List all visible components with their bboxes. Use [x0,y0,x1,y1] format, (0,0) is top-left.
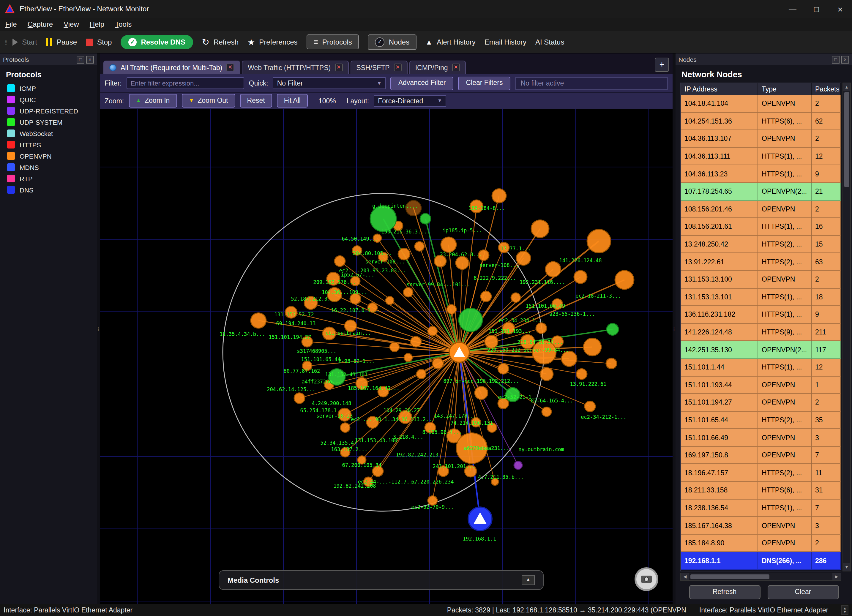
graph-node[interactable] [417,370,426,379]
right-resize-handle[interactable]: ⁞ [672,53,675,604]
scroll-thumb[interactable] [690,574,769,579]
protocol-item-udp-system[interactable]: UDP-SYSTEM [0,116,97,128]
graph-node[interactable] [404,353,412,362]
protocol-item-icmp[interactable]: ICMP [0,83,97,94]
table-row[interactable]: 18.196.47.157HTTPS(2), ...11 [681,464,841,482]
menu-item-file[interactable]: File [0,20,22,29]
nodes-toggle-button[interactable]: ✓ Nodes [368,34,417,50]
table-row[interactable]: 185.167.164.38OPENVPN3 [681,517,841,534]
graph-canvas[interactable]: g.deepintent...185-184-8...150.216.36.3.… [100,109,672,604]
toolbar-drag-handle[interactable]: ⁞⁞ [5,38,6,45]
graph-node[interactable] [531,220,549,237]
filter-input[interactable] [127,77,244,89]
table-row[interactable]: 104.254.151.36HTTPS(6), ...62 [681,113,841,130]
scroll-track[interactable] [689,573,832,580]
table-row[interactable]: 104.36.113.23HTTPS(1), ...9 [681,165,841,183]
graph-node[interactable] [432,358,443,369]
alert-history-button[interactable]: ▲ Alert History [425,38,475,46]
table-row[interactable]: 18.238.136.54HTTPS(1), ...7 [681,499,841,517]
media-controls-expand-button[interactable]: ▲ [522,575,535,585]
scroll-up-icon[interactable]: ▲ [843,83,850,91]
table-row[interactable]: 169.197.150.8OPENVPN7 [681,447,841,464]
zoom-in-button[interactable]: ▲ Zoom In [128,94,177,107]
email-history-button[interactable]: Email History [485,38,526,46]
graph-node[interactable] [545,262,561,277]
scroll-track[interactable] [843,91,850,563]
graph-node[interactable] [403,287,413,297]
graph-node[interactable] [334,256,345,266]
clear-filters-button[interactable]: Clear Filters [458,76,511,90]
close-button[interactable]: × [828,0,852,18]
graph-node[interactable] [415,242,424,251]
column-header-packets[interactable]: Packets [811,83,841,95]
table-row[interactable]: 18.211.33.158HTTPS(6), ...31 [681,482,841,499]
protocol-item-openvpn[interactable]: OPENVPN [0,150,97,162]
refresh-button[interactable]: ↻ Refresh [202,38,239,46]
graph-node[interactable] [370,206,396,232]
graph-node[interactable] [390,342,399,352]
protocol-item-udp-registered[interactable]: UDP-REGISTERED [0,105,97,116]
clear-nodes-button[interactable]: Clear [767,585,838,599]
float-panel-icon[interactable]: □ [77,56,85,63]
table-row[interactable]: 104.36.113.111HTTPS(1), ...12 [681,148,841,165]
protocol-item-websocket[interactable]: WebSocket [0,128,97,139]
graph-node[interactable] [420,214,431,224]
graph-node[interactable] [481,291,491,302]
graph-node[interactable] [576,369,587,380]
protocol-item-rtp[interactable]: RTP [0,173,97,184]
advanced-filter-button[interactable]: Advanced Filter [391,76,454,90]
table-row[interactable]: 142.251.35.130OPENVPN(2...117 [681,341,841,359]
graph-node[interactable] [536,323,547,334]
graph-node[interactable] [459,308,482,332]
graph-node[interactable] [615,270,634,289]
resolve-dns-button[interactable]: ✓ Resolve DNS [121,35,193,49]
table-row[interactable]: 151.101.194.27OPENVPN2 [681,394,841,411]
table-row[interactable]: 151.101.66.49OPENVPN3 [681,429,841,447]
graph-node[interactable] [607,323,618,335]
graph-node[interactable] [540,368,553,381]
table-row[interactable]: 107.178.254.65OPENVPN(2...21 [681,183,841,201]
table-row[interactable]: 104.18.41.104OPENVPN2 [681,95,841,113]
table-row[interactable]: 151.101.65.44HTTPS(2), ...35 [681,411,841,429]
graph-node[interactable] [587,229,611,253]
stop-button[interactable]: Stop [86,38,112,46]
graph-node[interactable] [585,401,595,412]
graph-node[interactable] [441,237,456,252]
ai-status-button[interactable]: AI Status [535,38,564,46]
graph-node[interactable] [542,407,551,417]
menu-item-capture[interactable]: Capture [22,20,58,29]
left-resize-handle[interactable]: ⁞ [97,53,100,604]
vertical-scrollbar[interactable]: ▲ ▼ [843,83,851,571]
table-row[interactable]: 185.184.8.90OPENVPN2 [681,534,841,552]
graph-node[interactable] [492,189,506,203]
menu-item-view[interactable]: View [58,20,85,29]
scroll-thumb[interactable] [844,92,849,187]
table-row[interactable]: 13.248.250.42HTTPS(2), ...15 [681,236,841,254]
tab[interactable]: ICMP/Ping✕ [409,60,466,74]
graph-node[interactable] [475,387,488,400]
protocol-item-dns[interactable]: DNS [0,184,97,195]
preferences-button[interactable]: ★ Preferences [248,37,298,47]
graph-node[interactable] [498,364,509,374]
zoom-out-button[interactable]: ▼ Zoom Out [181,94,235,107]
graph-node[interactable] [294,393,305,404]
table-row[interactable]: 104.36.113.107OPENVPN2 [681,130,841,148]
graph-node[interactable] [562,351,577,367]
table-row[interactable]: 131.153.13.100OPENVPN2 [681,271,841,288]
menu-item-tools[interactable]: Tools [110,20,137,29]
screenshot-button[interactable] [634,567,658,591]
scroll-left-icon[interactable]: ◀ [681,573,689,580]
start-button[interactable]: Start [12,38,37,46]
table-row[interactable]: 108.156.201.61HTTPS(1), ...16 [681,218,841,236]
graph-node[interactable] [485,335,498,349]
maximize-button[interactable]: □ [804,0,828,18]
graph-node[interactable] [514,461,522,470]
graph-node[interactable] [447,305,456,314]
reset-zoom-button[interactable]: Reset [240,94,272,107]
table-row[interactable]: 192.168.1.1DNS(266), ...286 [681,552,841,570]
close-panel-icon[interactable]: × [86,56,94,63]
gateway-node[interactable] [468,507,492,530]
fit-all-button[interactable]: Fit All [277,94,308,107]
graph-node[interactable] [456,256,469,269]
graph-node[interactable] [398,248,410,260]
